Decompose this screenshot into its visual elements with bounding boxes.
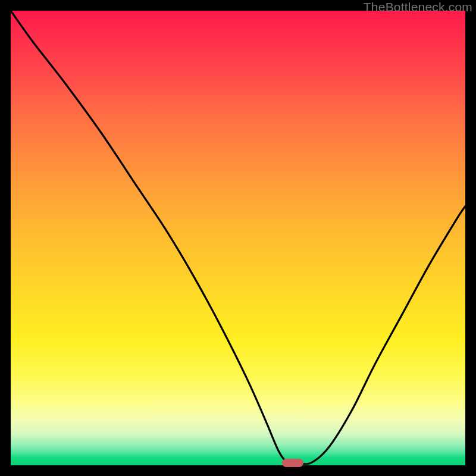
bottleneck-curve — [11, 11, 465, 465]
watermark-text: TheBottleneck.com — [364, 0, 472, 14]
plot-area — [11, 11, 465, 465]
chart-frame: TheBottleneck.com — [0, 0, 476, 476]
optimal-point-marker — [282, 459, 303, 467]
